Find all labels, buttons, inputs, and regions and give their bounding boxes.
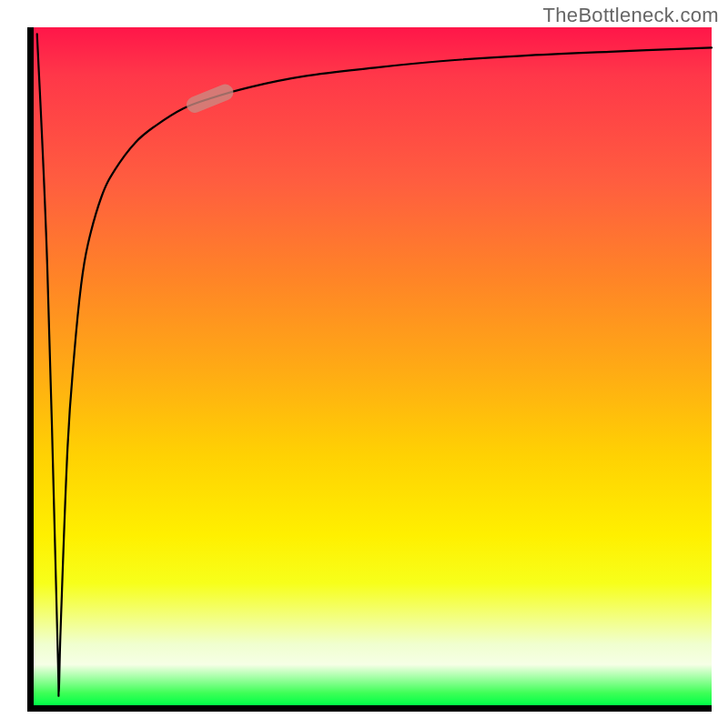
curve-marker bbox=[184, 82, 236, 116]
curve-layer bbox=[34, 27, 712, 705]
bottleneck-curve bbox=[37, 34, 712, 695]
attribution-watermark: TheBottleneck.com bbox=[543, 4, 719, 27]
x-axis bbox=[27, 705, 712, 712]
y-axis bbox=[27, 27, 34, 712]
svg-rect-0 bbox=[184, 82, 236, 116]
chart-viewport: TheBottleneck.com bbox=[0, 0, 728, 728]
